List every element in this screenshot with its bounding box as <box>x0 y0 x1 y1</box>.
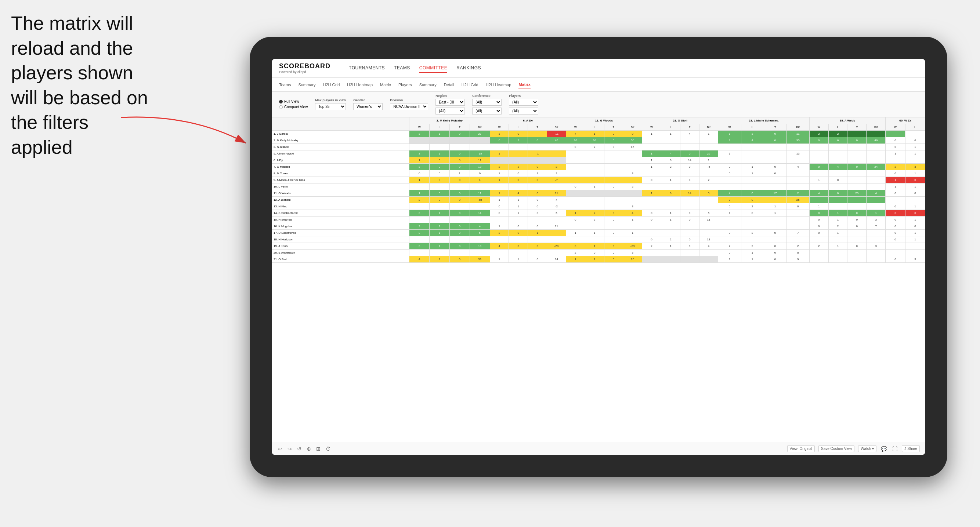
table-row: 13. N Klug 0 1 0 -2 3 <box>272 203 925 210</box>
nav-tournaments[interactable]: TOURNAMENTS <box>349 63 385 73</box>
subnav-players[interactable]: Players <box>398 81 412 88</box>
cell <box>809 144 828 151</box>
cell: 3 <box>409 230 430 237</box>
sh-w1: W <box>409 124 430 131</box>
zoom-button[interactable]: ⊕ <box>306 445 312 452</box>
cell <box>699 223 718 230</box>
clock-button[interactable]: ⏱ <box>325 445 332 452</box>
view-original-label: View: Original <box>790 447 813 451</box>
comment-button[interactable]: 💬 <box>880 445 888 452</box>
cell <box>764 223 786 230</box>
table-row: 2. M Kelly Mulcahy 0 7 0 40 10 10 0 <box>272 137 925 144</box>
redo-button[interactable]: ↪ <box>287 445 293 452</box>
save-custom-button[interactable]: Save Custom View <box>818 445 854 452</box>
cell: 24 <box>867 163 886 170</box>
cell: 0 <box>509 131 528 137</box>
cell: 2 <box>786 190 809 197</box>
max-players-select[interactable]: Top 25 <box>315 103 346 110</box>
cell: 0 <box>642 177 661 184</box>
cell: 0 <box>449 163 469 170</box>
cell <box>741 184 764 190</box>
subnav-matrix[interactable]: Matrix <box>380 81 391 88</box>
cell <box>469 144 490 151</box>
nav-rankings[interactable]: RANKINGS <box>457 63 481 73</box>
full-view-radio[interactable] <box>279 100 283 103</box>
region-select-2[interactable]: (All) <box>436 108 465 114</box>
cell <box>848 256 867 263</box>
full-view-option[interactable]: Full View <box>279 100 308 103</box>
cell: -7 <box>547 177 566 184</box>
subnav-h2h-heatmap[interactable]: H2H Heatmap <box>347 81 373 88</box>
cell: 1 <box>642 157 661 163</box>
subnav-h2h-grid[interactable]: H2H Grid <box>323 81 340 88</box>
cell: 1 <box>490 170 509 177</box>
cell <box>867 177 886 184</box>
cell: 1 <box>566 230 585 237</box>
cell: 0 <box>528 137 547 144</box>
cell: 2 <box>661 237 680 243</box>
cell: 0 <box>585 249 604 256</box>
subnav-teams[interactable]: Teams <box>279 81 291 88</box>
cell <box>547 184 566 190</box>
cell <box>604 157 623 163</box>
subnav-detail[interactable]: Detail <box>444 81 454 88</box>
cell <box>741 237 764 243</box>
nav-teams[interactable]: TEAMS <box>394 63 410 73</box>
cell: 0 <box>449 190 469 197</box>
cell: 0 <box>764 163 786 170</box>
cell <box>661 184 680 190</box>
division-select[interactable]: NCAA Division II <box>390 103 428 110</box>
cell <box>848 151 867 157</box>
subnav-summary2[interactable]: Summary <box>419 81 437 88</box>
cell <box>718 177 741 184</box>
table-row: 3. S Jelinek 0 2 0 17 <box>272 144 925 151</box>
refresh-button[interactable]: ↺ <box>296 445 302 452</box>
settings-button[interactable]: ⊞ <box>315 445 321 452</box>
cell: 0 <box>741 197 764 203</box>
cell: 2 <box>566 249 585 256</box>
players-select[interactable]: (All) <box>509 99 538 106</box>
cell: 1 <box>718 210 741 216</box>
cell: 0 <box>699 190 718 197</box>
table-row: 14. S Srichantamit 3 1 0 14 0 1 0 5 1 2 … <box>272 210 925 216</box>
cell: 4 <box>509 190 528 197</box>
cell: 0 <box>430 163 450 170</box>
cell <box>741 151 764 157</box>
cell <box>490 216 509 223</box>
cell <box>449 203 469 210</box>
table-row: 17. D Ballesteros 3 1 0 6 2 0 1 1 1 0 <box>272 230 925 237</box>
sh-w3: W <box>566 124 585 131</box>
region-select[interactable]: East - DII <box>436 99 465 106</box>
cell: 1 <box>566 210 585 216</box>
subnav-h2h-grid2[interactable]: H2H Grid <box>461 81 479 88</box>
subnav-h2h-heatmap2[interactable]: H2H Heatmap <box>486 81 511 88</box>
expand-button[interactable]: ⛶ <box>891 445 898 452</box>
cell: 4 <box>786 163 809 170</box>
cell <box>718 157 741 163</box>
matrix-container[interactable]: 2. M Kelly Mulcahy 6. A Dy 11. G Woods 2… <box>272 117 925 442</box>
compact-view-radio[interactable] <box>279 105 283 109</box>
cell <box>905 243 925 249</box>
gender-select[interactable]: Women's <box>353 103 383 110</box>
watch-button[interactable]: Watch ▾ <box>858 445 877 452</box>
cell: 50 <box>623 137 642 144</box>
view-original-button[interactable]: View: Original <box>787 445 815 452</box>
cell <box>623 163 642 170</box>
undo-button[interactable]: ↩ <box>277 445 283 452</box>
compact-view-option[interactable]: Compact View <box>279 105 308 109</box>
nav-committee[interactable]: COMMITTEE <box>419 63 448 73</box>
th-empty <box>272 117 409 131</box>
conference-select-2[interactable]: (All) <box>472 108 501 114</box>
cell: -4 <box>699 163 718 170</box>
share-button[interactable]: ⤴ Share <box>902 445 920 452</box>
cell <box>828 249 848 256</box>
subnav-matrix2[interactable]: Matrix <box>519 81 530 89</box>
cell: 6 <box>469 230 490 237</box>
sh-t3: T <box>604 124 623 131</box>
cell <box>848 144 867 151</box>
cell: 0 <box>886 203 905 210</box>
cell: 1 <box>764 203 786 210</box>
subnav-summary[interactable]: Summary <box>298 81 315 88</box>
conference-select[interactable]: (All) <box>472 99 501 106</box>
players-select-2[interactable]: (All) <box>509 108 538 114</box>
